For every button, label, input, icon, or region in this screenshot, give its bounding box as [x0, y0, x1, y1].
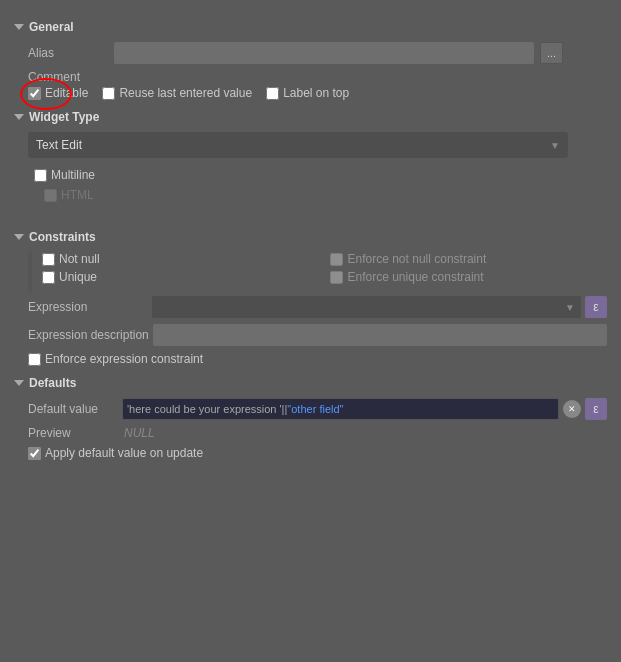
general-section-header: General: [14, 20, 607, 34]
expression-select[interactable]: [152, 296, 581, 318]
enforce-expr-row: Enforce expression constraint: [14, 352, 607, 366]
general-title: General: [29, 20, 74, 34]
widget-type-select[interactable]: Text Edit Text Area Label Checkbox Combo…: [28, 132, 568, 158]
defaults-collapse-icon[interactable]: [14, 380, 24, 386]
expression-row: Expression ε: [14, 296, 607, 318]
editable-checkbox-label[interactable]: Editable: [28, 86, 88, 100]
constraints-content: Not null Enforce not null constraint Uni…: [42, 252, 607, 292]
apply-checkbox[interactable]: [28, 447, 41, 460]
expression-desc-label: Expression description: [28, 328, 149, 342]
unique-checkbox[interactable]: [42, 271, 55, 284]
constraints-border: [28, 252, 32, 292]
constraints-left-border: Not null Enforce not null constraint Uni…: [14, 252, 607, 292]
default-value-text2: "other field": [287, 403, 343, 415]
html-checkbox-label[interactable]: HTML: [44, 188, 94, 202]
expression-desc-row: Expression description: [14, 324, 607, 346]
checkboxes-row: Editable Reuse last entered value Label …: [14, 86, 607, 100]
not-null-checkbox-label[interactable]: Not null: [42, 252, 320, 266]
alias-label: Alias: [28, 46, 108, 60]
widget-type-collapse-icon[interactable]: [14, 114, 24, 120]
default-value-label: Default value: [28, 402, 118, 416]
enforce-expr-checkbox-label[interactable]: Enforce expression constraint: [28, 352, 203, 366]
label-on-top-checkbox[interactable]: [266, 87, 279, 100]
defaults-section-header: Defaults: [14, 376, 607, 390]
enforce-not-null-checkbox[interactable]: [330, 253, 343, 266]
default-value-epsilon-button[interactable]: ε: [585, 398, 607, 420]
alias-input[interactable]: [114, 42, 534, 64]
html-row: HTML: [14, 188, 607, 202]
enforce-expr-checkbox[interactable]: [28, 353, 41, 366]
constraints-grid: Not null Enforce not null constraint Uni…: [42, 252, 607, 284]
reuse-checkbox-label[interactable]: Reuse last entered value: [102, 86, 252, 100]
constraints-title: Constraints: [29, 230, 96, 244]
widget-type-select-wrapper[interactable]: Text Edit Text Area Label Checkbox Combo…: [28, 132, 568, 158]
alias-more-button[interactable]: ...: [540, 42, 563, 64]
html-checkbox[interactable]: [44, 189, 57, 202]
default-value-text1: 'here could be your expression '||: [127, 403, 287, 415]
editable-wrap: Editable: [28, 86, 88, 100]
expression-epsilon-button[interactable]: ε: [585, 296, 607, 318]
preview-row: Preview NULL: [28, 426, 607, 440]
preview-label: Preview: [28, 426, 118, 440]
constraints-collapse-icon[interactable]: [14, 234, 24, 240]
multiline-checkbox-label[interactable]: Multiline: [34, 168, 95, 182]
apply-checkbox-label[interactable]: Apply default value on update: [28, 446, 203, 460]
general-collapse-icon[interactable]: [14, 24, 24, 30]
expression-desc-input[interactable]: [153, 324, 607, 346]
defaults-content: Default value 'here could be your expres…: [14, 398, 607, 460]
preview-value: NULL: [124, 426, 155, 440]
default-value-clear-button[interactable]: ✕: [563, 400, 581, 418]
expression-select-wrapper[interactable]: [152, 296, 581, 318]
comment-label: Comment: [14, 70, 607, 84]
multiline-checkbox[interactable]: [34, 169, 47, 182]
unique-checkbox-label[interactable]: Unique: [42, 270, 320, 284]
defaults-title: Defaults: [29, 376, 76, 390]
not-null-checkbox[interactable]: [42, 253, 55, 266]
expression-label: Expression: [28, 300, 148, 314]
widget-type-section-header: Widget Type: [14, 110, 607, 124]
editable-checkbox[interactable]: [28, 87, 41, 100]
reuse-checkbox[interactable]: [102, 87, 115, 100]
apply-row: Apply default value on update: [28, 446, 607, 460]
alias-row: Alias ...: [14, 42, 607, 64]
label-on-top-checkbox-label[interactable]: Label on top: [266, 86, 349, 100]
enforce-unique-checkbox[interactable]: [330, 271, 343, 284]
default-value-row: Default value 'here could be your expres…: [28, 398, 607, 420]
constraints-section-header: Constraints: [14, 230, 607, 244]
default-value-container: 'here could be your expression '||"other…: [122, 398, 559, 420]
widget-type-title: Widget Type: [29, 110, 99, 124]
multiline-row: Multiline: [14, 168, 607, 182]
enforce-not-null-checkbox-label[interactable]: Enforce not null constraint: [330, 252, 608, 266]
enforce-unique-checkbox-label[interactable]: Enforce unique constraint: [330, 270, 608, 284]
